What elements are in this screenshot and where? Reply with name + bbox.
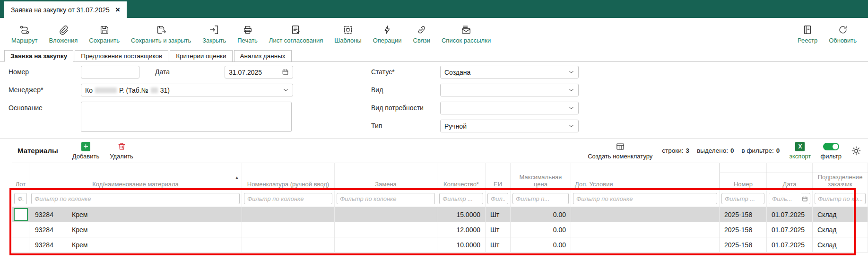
toolbar-refresh-button[interactable]: Обновить [823,24,862,44]
cell-department: Склад [813,207,868,222]
table-row[interactable]: 93284Крем 12.0000 Шт 0.00 2025-158 01.07… [12,222,868,237]
app-window: Заявка на закупку от 31.07.2025 × Маршру… [0,0,868,261]
toolbar-registry-button[interactable]: Реестр [792,24,823,44]
cell-max-price: 0.00 [511,222,571,237]
close-tab-icon[interactable]: × [115,6,120,14]
column-header-department[interactable]: Подразделение заказчик [813,163,868,191]
settings-gear-icon[interactable] [851,146,861,156]
cell-code-name: 93284Крем [29,237,242,252]
excel-export-button[interactable]: X экспорт [789,142,811,160]
tab-zayavka[interactable]: Заявка на закупку [4,50,73,62]
filter-input-conditions[interactable] [573,193,717,204]
kind-select[interactable] [440,84,579,96]
cell-nomenclature [242,237,335,252]
column-header-qty[interactable]: Количество* [437,163,486,191]
cell-number: 2025-158 [720,207,767,222]
toolbar-button-label: Шаблоны [334,37,362,44]
page-tab-strip: Заявка на закупку Предложения поставщико… [0,49,868,62]
toolbar-route-button[interactable]: Маршрут [6,24,43,44]
toolbar-button-label: Обновить [829,37,857,44]
column-header-unit[interactable]: ЕИ [486,163,511,191]
table-row[interactable]: 93284Крем 15.0000 Шт 0.00 2025-158 01.07… [12,207,868,222]
calendar-icon[interactable] [802,196,808,202]
save-icon [99,24,110,35]
toolbar-close-button[interactable]: Закрыть [197,24,232,44]
cell-replacement [335,222,437,237]
create-nomenclature-icon [616,142,625,151]
toolbar-links-button[interactable]: Связи [408,24,436,44]
number-input[interactable] [81,66,139,78]
toolbar-save-close-button[interactable]: Сохранить и закрыть [125,24,197,44]
lightning-icon [382,24,392,35]
status-select[interactable]: Создана [440,66,579,78]
calendar-icon[interactable] [282,69,289,76]
filter-input-department[interactable] [815,193,866,204]
main-toolbar: Маршрут Вложения Сохранить Сохранить и з… [0,18,868,49]
filter-input-code-name[interactable] [31,193,240,204]
materials-section-title: Материалы [17,147,58,155]
filter-toggle[interactable] [823,143,839,150]
column-header-nomenclature[interactable]: Номенклатура (ручной ввод) [242,163,335,191]
toolbar-mailing-list-button[interactable]: Список рассылки [436,24,496,44]
status-value: Создана [444,69,470,76]
toggle-knob-icon [833,144,838,149]
manager-select[interactable]: Ко Р. (Таб.№ 31) [81,84,293,96]
create-nomenclature-button[interactable]: Создать номенклатуру [588,142,652,160]
toolbar-button-label: Вложения [49,37,78,44]
filter-date-field[interactable] [769,193,810,204]
filter-input-qty[interactable] [439,193,483,204]
tab-kriterii[interactable]: Критерии оценки [170,50,232,62]
request-form: Номер Дата 31.07.2025 Менеджер* Ко Р. (Т… [0,62,868,138]
need-kind-select[interactable] [440,102,579,114]
column-header-lot[interactable]: Лот [12,163,29,191]
filter-input-replacement[interactable] [337,193,435,204]
excel-export-label: экспорт [789,153,811,160]
cell-qty: 12.0000 [437,222,486,237]
type-select[interactable]: Ручной [440,120,579,132]
column-header-conditions[interactable]: Доп. Условия [571,163,720,191]
delete-row-button[interactable]: Удалить [110,142,133,160]
grid-filter-row [12,191,868,207]
rows-count-value: 3 [686,147,690,154]
filter-input-max-price[interactable] [512,193,569,204]
basis-textarea[interactable] [81,102,292,132]
create-nomenclature-label: Создать номенклатуру [588,153,652,160]
tab-predlozheniya[interactable]: Предложения поставщиков [75,50,168,62]
add-row-button[interactable]: Добавить [72,142,99,160]
toolbar-print-button[interactable]: Печать [232,24,263,44]
column-header-code-name[interactable]: Код/наименование материала▲ [29,163,242,191]
redacted-text [95,87,117,93]
cell-lot [12,207,29,222]
number-label: Номер [9,68,29,76]
toolbar-approval-sheet-button[interactable]: Лист согласования [263,24,329,44]
table-row[interactable]: 93284Крем 10.0000 Шт 0.00 2025-158 01.07… [12,237,868,252]
filter-input-nomenclature[interactable] [244,193,332,204]
column-header-max-price[interactable]: Максимальная цена [511,163,571,191]
column-header-replacement[interactable]: Замена [335,163,437,191]
filter-input-unit[interactable] [487,193,508,204]
materials-toolbar-right: Создать номенклатуру строки:3 выделено:0… [588,142,861,160]
in-filter-count-value: 0 [776,147,780,154]
toolbar-save-button[interactable]: Сохранить [83,24,125,44]
filter-toggle-group: фильтр [821,142,842,160]
filter-input-date[interactable] [769,193,802,204]
date-label: Дата [155,68,170,76]
column-group-divider [720,173,868,173]
toolbar-templates-button[interactable]: Шаблоны [329,24,367,44]
column-header-number[interactable]: Номер [720,163,767,191]
toolbar-operations-button[interactable]: Операции [367,24,408,44]
document-tab[interactable]: Заявка на закупку от 31.07.2025 × [4,1,127,18]
type-label: Тип [371,122,382,130]
grid-stats: строки:3 выделено:0 в фильтре:0 [662,147,780,154]
manager-value-suffix: 31) [160,87,170,94]
tab-analiz[interactable]: Анализ данных [234,50,292,62]
date-field[interactable]: 31.07.2025 [225,66,293,78]
filter-input-number[interactable] [721,193,764,204]
toolbar-button-label: Закрыть [202,37,226,44]
status-label: Статус* [371,68,395,76]
manager-label: Менеджер* [9,86,43,94]
filter-input-lot[interactable] [14,193,27,204]
toolbar-attachments-button[interactable]: Вложения [43,24,83,44]
column-header-date[interactable]: Дата [767,163,813,191]
cell-date: 01.07.2025 [767,237,813,252]
